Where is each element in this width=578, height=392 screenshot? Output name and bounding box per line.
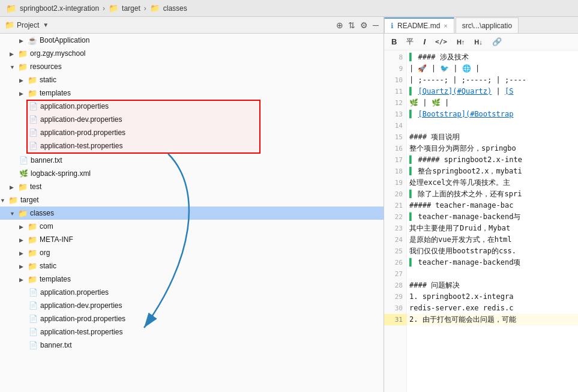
tree-item-org2[interactable]: 📁 org (0, 246, 384, 259)
link-bootstrap[interactable]: [Bootstrap](#Bootstrap (418, 110, 513, 118)
code-area[interactable]: ▌ #### 涉及技术 | 🚀 | 🐦 | 🌐 | | ;-----; | ;-… (407, 50, 578, 392)
arrow-static2 (19, 263, 28, 270)
tree-item-app-props[interactable]: 📄 application.properties (0, 100, 384, 113)
line-num-23: 23 (384, 223, 406, 234)
strikethrough-button[interactable]: 平 (404, 37, 416, 47)
icon-folder-static2: 📁 (28, 262, 37, 271)
arrow-target (0, 197, 8, 204)
marker-11: ▌ (409, 87, 414, 95)
line-num-16: 16 (384, 143, 406, 154)
code-line-10: | ;-----; | ;-----; | ;---- (407, 74, 578, 86)
code-line-9: | 🚀 | 🐦 | 🌐 | (407, 63, 578, 74)
line-22-content: teacher-manage-backend与 (418, 213, 520, 221)
line-num-24: 24 (384, 234, 406, 246)
line-23-content: 其中主要使用了Druid，Mybat (409, 224, 510, 232)
tab-readme[interactable]: ℹ README.md × (384, 17, 454, 33)
marker-13: ▌ (409, 110, 414, 118)
editor-content: 8 9 10 11 12 13 14 15 16 17 18 19 20 21 … (384, 50, 578, 392)
line-num-8: 8 (384, 52, 406, 63)
tree-item-banner[interactable]: 📄 banner.txt (0, 154, 384, 167)
tree-container: ☕ BootApplication 📁 org.zgy.myschool 📁 r… (0, 34, 384, 352)
line-num-12: 12 (384, 97, 406, 109)
icon-app-props2: 📄 (29, 288, 38, 297)
tree-item-boot-app[interactable]: ☕ BootApplication (0, 34, 384, 47)
line-30-content: redis-server.exe redis.c (409, 304, 513, 312)
icon-app-test-props: 📄 (29, 142, 38, 150)
tree-item-banner2[interactable]: 📄 banner.txt (0, 339, 384, 352)
tree-item-templates2[interactable]: 📁 templates (0, 273, 384, 286)
icon-banner2: 📄 (29, 341, 38, 349)
code-line-21: ##### teacher-manage-bac (407, 200, 578, 211)
italic-button[interactable]: I (421, 37, 428, 46)
h1-button[interactable]: H↑ (454, 38, 467, 46)
tree-item-resources[interactable]: 📁 resources (0, 60, 384, 73)
link-s[interactable]: [S (505, 87, 513, 95)
icon-folder-resources: 📁 (18, 62, 28, 71)
link-button[interactable]: 🔗 (490, 37, 504, 46)
code-line-30: redis-server.exe redis.c (407, 303, 578, 314)
close-panel-icon[interactable]: ─ (373, 20, 379, 30)
folder-icon-small: 📁 (5, 20, 14, 29)
tab-readme-close[interactable]: × (444, 22, 447, 29)
tab-application[interactable]: src\...\applicatio (456, 17, 519, 33)
tree-item-com[interactable]: 📁 com (0, 220, 384, 233)
bold-button[interactable]: B (389, 37, 399, 46)
line-num-10: 10 (384, 74, 406, 86)
tree-item-app-prod-props[interactable]: 📄 application-prod.properties (0, 126, 384, 139)
line-num-26: 26 (384, 257, 406, 268)
marker-17: ▌ (409, 155, 414, 164)
code-line-27 (407, 268, 578, 280)
tree-item-app-test-props[interactable]: 📄 application-test.properties (0, 139, 384, 152)
title-bar: 📁 springboot2.x-integration › 📁 target ›… (0, 0, 578, 17)
line-28-content: #### 问题解决 (409, 281, 460, 289)
icon-logback: 🌿 (19, 169, 28, 178)
tree-item-templates[interactable]: 📁 templates (0, 86, 384, 100)
tab-readme-label: README.md (397, 22, 440, 30)
tree-item-app-test-props2[interactable]: 📄 application-test.properties (0, 325, 384, 339)
icon-folder-meta-inf: 📁 (28, 235, 37, 244)
icon-app-dev-props2: 📄 (29, 301, 38, 310)
tree-item-test[interactable]: 📁 test (0, 180, 384, 193)
tree-item-classes[interactable]: 📁 classes (0, 207, 384, 220)
breadcrumb-path1: target (122, 4, 140, 13)
marker-22: ▌ (409, 213, 414, 221)
code-button[interactable]: </> (433, 38, 450, 46)
arrow-test (10, 184, 18, 190)
icon-boot: ☕ (28, 36, 37, 45)
locate-icon[interactable]: ⊕ (336, 20, 343, 30)
breadcrumb-sep2: › (144, 4, 146, 13)
icon-folder-templates2: 📁 (28, 275, 37, 284)
collapse-icon[interactable]: ⇅ (348, 20, 355, 30)
settings-icon[interactable]: ⚙ (360, 20, 368, 30)
tree-item-meta-inf[interactable]: 📁 META-INF (0, 233, 384, 246)
line-num-17: 17 (384, 154, 406, 166)
icon-folder-test: 📁 (18, 182, 28, 191)
line-9-content: | 🚀 | 🐦 | 🌐 | (409, 64, 480, 73)
editor-toolbar: B 平 I </> H↑ H↓ 🔗 (384, 34, 578, 50)
tree-item-org[interactable]: 📁 org.zgy.myschool (0, 47, 384, 60)
line-num-15: 15 (384, 131, 406, 143)
code-line-14 (407, 120, 578, 131)
tree-item-app-props2[interactable]: 📄 application.properties (0, 286, 384, 299)
breadcrumb-folder-icon1: 📁 (109, 4, 118, 13)
tree-item-app-dev-props2[interactable]: 📄 application-dev.properties (0, 299, 384, 312)
tree-item-logback[interactable]: 🌿 logback-spring.xml (0, 167, 384, 180)
line-num-14: 14 (384, 120, 406, 131)
tree-item-target[interactable]: 📁 target (0, 193, 384, 207)
tree-item-static2[interactable]: 📁 static (0, 259, 384, 273)
tree-item-app-prod-props2[interactable]: 📄 application-prod.properties (0, 312, 384, 325)
arrow-meta-inf (19, 237, 28, 243)
dropdown-arrow[interactable]: ▼ (43, 22, 49, 28)
code-line-8: ▌ #### 涉及技术 (407, 52, 578, 63)
code-line-11: ▌ [Quartz](#Quartz) | [S (407, 86, 578, 97)
line-num-13: 13 (384, 109, 406, 120)
h2-button[interactable]: H↓ (472, 38, 484, 46)
line-17-content: ##### springboot2.x-inte (418, 155, 522, 164)
code-line-19: 处理excel文件等几项技术。主 (407, 177, 578, 188)
tree-item-app-dev-props[interactable]: 📄 application-dev.properties (0, 113, 384, 126)
icon-app-prod-props2: 📄 (29, 315, 38, 323)
tree-item-static[interactable]: 📁 static (0, 73, 384, 86)
link-quartz[interactable]: [Quartz](#Quartz) (418, 87, 492, 95)
line-num-20: 20 (384, 188, 406, 200)
line-25-content: 我们仅仅使用bootstrap的css. (409, 247, 516, 255)
